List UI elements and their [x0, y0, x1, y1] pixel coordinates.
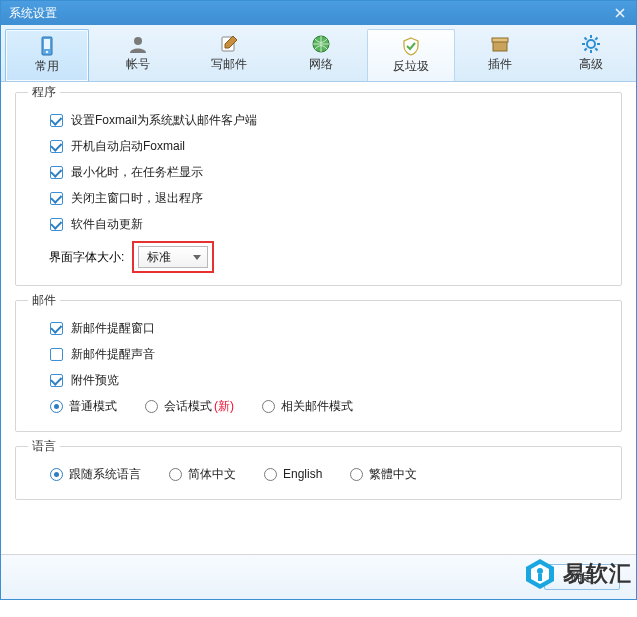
- shield-icon: [401, 36, 421, 56]
- group-mail: 邮件 新邮件提醒窗口 新邮件提醒声音 附件预览 普通模式 会话模式(新) 相关邮…: [15, 300, 622, 432]
- new-tag: (新): [214, 398, 234, 415]
- radio-label: 简体中文: [188, 466, 236, 483]
- radio-lang-zhtw[interactable]: 繁體中文: [350, 466, 417, 483]
- checkbox-label: 关闭主窗口时，退出程序: [71, 190, 203, 207]
- radio-icon: [262, 400, 275, 413]
- radio-icon: [169, 468, 182, 481]
- radio-mode-related[interactable]: 相关邮件模式: [262, 398, 353, 415]
- radio-icon: [50, 468, 63, 481]
- radio-mode-conversation[interactable]: 会话模式(新): [145, 398, 234, 415]
- radio-label: 繁體中文: [369, 466, 417, 483]
- settings-body: 程序 设置Foxmail为系统默认邮件客户端 开机自动启动Foxmail 最小化…: [1, 82, 636, 554]
- checkbox-autostart[interactable]: [50, 140, 63, 153]
- checkbox-label: 开机自动启动Foxmail: [71, 138, 185, 155]
- user-icon: [128, 34, 148, 54]
- svg-line-14: [595, 48, 597, 50]
- svg-point-2: [46, 51, 49, 54]
- radio-icon: [50, 400, 63, 413]
- radio-icon: [145, 400, 158, 413]
- tab-antispam[interactable]: 反垃圾: [367, 29, 455, 81]
- svg-rect-7: [492, 38, 508, 42]
- radio-lang-system[interactable]: 跟随系统语言: [50, 466, 141, 483]
- svg-line-15: [595, 37, 597, 39]
- radio-label: 跟随系统语言: [69, 466, 141, 483]
- settings-window: 系统设置 常用 帐号 写邮件 网络: [0, 0, 637, 600]
- group-program: 程序 设置Foxmail为系统默认邮件客户端 开机自动启动Foxmail 最小化…: [15, 92, 622, 286]
- radio-lang-en[interactable]: English: [264, 467, 322, 481]
- highlight-box: 标准: [132, 241, 214, 273]
- tab-label: 反垃圾: [393, 58, 429, 75]
- svg-line-16: [584, 48, 586, 50]
- tab-label: 网络: [309, 56, 333, 73]
- svg-point-3: [134, 37, 142, 45]
- checkbox-label: 设置Foxmail为系统默认邮件客户端: [71, 112, 257, 129]
- compose-icon: [219, 34, 239, 54]
- radio-icon: [350, 468, 363, 481]
- tab-label: 常用: [35, 58, 59, 75]
- close-icon[interactable]: [610, 4, 630, 22]
- font-size-label: 界面字体大小:: [49, 249, 124, 266]
- checkbox-label: 新邮件提醒窗口: [71, 320, 155, 337]
- group-title: 语言: [28, 438, 60, 455]
- checkbox-default-client[interactable]: [50, 114, 63, 127]
- tab-label: 高级: [579, 56, 603, 73]
- group-title: 邮件: [28, 292, 60, 309]
- radio-mode-normal[interactable]: 普通模式: [50, 398, 117, 415]
- checkbox-label: 新邮件提醒声音: [71, 346, 155, 363]
- radio-label: 会话模式: [164, 398, 212, 415]
- svg-point-8: [587, 40, 595, 48]
- checkbox-attachment-preview[interactable]: [50, 374, 63, 387]
- toolbar: 常用 帐号 写邮件 网络 反垃圾: [1, 25, 636, 82]
- group-title: 程序: [28, 84, 60, 101]
- checkbox-label: 软件自动更新: [71, 216, 143, 233]
- tab-label: 插件: [488, 56, 512, 73]
- button-label: 确定: [570, 569, 594, 586]
- tab-account[interactable]: 帐号: [93, 25, 184, 81]
- tab-plugin[interactable]: 插件: [455, 25, 546, 81]
- svg-line-13: [584, 37, 586, 39]
- checkbox-new-mail-popup[interactable]: [50, 322, 63, 335]
- svg-rect-1: [44, 39, 50, 49]
- radio-lang-zhcn[interactable]: 简体中文: [169, 466, 236, 483]
- titlebar: 系统设置: [1, 1, 636, 25]
- chevron-down-icon: [193, 255, 201, 260]
- tab-compose[interactable]: 写邮件: [184, 25, 275, 81]
- box-icon: [490, 34, 510, 54]
- dropdown-value: 标准: [147, 249, 171, 266]
- ok-button[interactable]: 确定: [544, 564, 620, 590]
- checkbox-exit-on-close[interactable]: [50, 192, 63, 205]
- svg-rect-20: [538, 574, 542, 581]
- globe-icon: [311, 34, 331, 54]
- checkbox-minimize-tray[interactable]: [50, 166, 63, 179]
- tab-label: 帐号: [126, 56, 150, 73]
- checkbox-label: 最小化时，在任务栏显示: [71, 164, 203, 181]
- checkbox-new-mail-sound[interactable]: [50, 348, 63, 361]
- group-language: 语言 跟随系统语言 简体中文 English 繁體中文: [15, 446, 622, 500]
- checkbox-label: 附件预览: [71, 372, 119, 389]
- tab-advanced[interactable]: 高级: [546, 25, 636, 81]
- footer: 确定 易软汇: [1, 554, 636, 599]
- checkbox-auto-update[interactable]: [50, 218, 63, 231]
- phone-icon: [37, 36, 57, 56]
- tab-network[interactable]: 网络: [275, 25, 366, 81]
- radio-label: 相关邮件模式: [281, 398, 353, 415]
- radio-label: 普通模式: [69, 398, 117, 415]
- tab-general[interactable]: 常用: [5, 29, 89, 81]
- window-title: 系统设置: [9, 5, 57, 22]
- font-size-dropdown[interactable]: 标准: [138, 246, 208, 268]
- radio-icon: [264, 468, 277, 481]
- tab-label: 写邮件: [211, 56, 247, 73]
- svg-point-19: [537, 568, 543, 574]
- gear-icon: [581, 34, 601, 54]
- radio-label: English: [283, 467, 322, 481]
